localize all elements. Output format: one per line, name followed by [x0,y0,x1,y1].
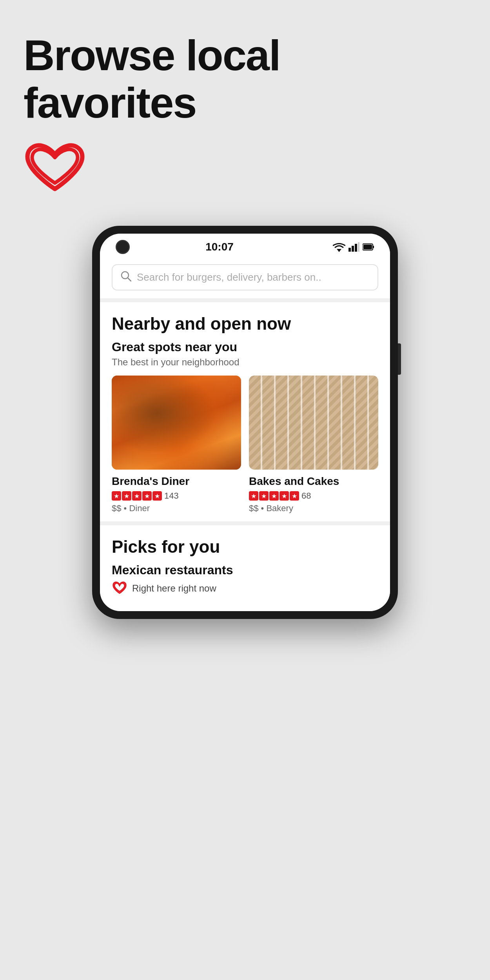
svg-rect-1 [348,248,351,252]
phone-side-button [398,343,401,375]
star-4: ★ [142,491,152,501]
brendas-image [112,376,241,470]
bakes-rating: ★ ★ ★ ★ ★ 68 [249,491,378,501]
page-header: Browse local favorites [0,0,490,214]
battery-icon [363,243,374,251]
section-divider-1 [100,298,390,302]
search-placeholder: Search for burgers, delivery, barbers on… [137,271,321,283]
picks-section: Picks for you Mexican restaurants Right … [100,525,390,611]
star-4: ★ [279,491,289,501]
page-title: Browse local favorites [24,31,466,126]
phone-screen: 10:07 [100,234,390,611]
picks-subtitle: Right here right now [132,583,216,594]
star-3: ★ [132,491,142,501]
nearby-section: Nearby and open now Great spots near you… [100,302,390,521]
section-divider-2 [100,521,390,525]
search-bar[interactable]: Search for burgers, delivery, barbers on… [112,264,378,290]
front-camera [116,240,130,254]
bakes-image [249,376,378,470]
star-1: ★ [112,491,121,501]
restaurant-cards-row: Brenda's Diner ★ ★ ★ ★ ★ 143 [112,376,378,514]
brendas-stars: ★ ★ ★ ★ ★ [112,491,162,501]
brendas-name: Brenda's Diner [112,475,241,488]
picks-subtitle-row: Right here right now [112,581,378,595]
brendas-meta: $$ • Diner [112,503,241,514]
star-5: ★ [152,491,162,501]
mexican-title: Mexican restaurants [112,563,378,577]
great-spots-title: Great spots near you [112,340,378,354]
brendas-rating: ★ ★ ★ ★ ★ 143 [112,491,241,501]
search-area: Search for burgers, delivery, barbers on… [100,258,390,298]
great-spots-subtitle: The best in your neighborhood [112,357,378,368]
status-bar: 10:07 [100,234,390,258]
restaurant-card-bakes[interactable]: Bakes and Cakes ★ ★ ★ ★ ★ 68 [249,376,378,514]
status-icons [333,242,374,252]
bakes-name: Bakes and Cakes [249,475,378,488]
picks-title: Picks for you [112,537,378,557]
wifi-icon [333,242,345,252]
svg-rect-4 [358,242,359,252]
svg-rect-6 [373,246,374,248]
heart-logo-icon [24,142,86,197]
signal-icon [348,242,359,252]
svg-line-9 [128,278,131,281]
search-icon [120,270,131,284]
svg-marker-0 [337,249,341,252]
restaurant-card-brendas[interactable]: Brenda's Diner ★ ★ ★ ★ ★ 143 [112,376,241,514]
nearby-title: Nearby and open now [112,314,378,334]
star-5: ★ [290,491,299,501]
bakes-reviews: 68 [301,491,311,501]
bakes-meta: $$ • Bakery [249,503,378,514]
small-heart-icon [112,581,127,595]
svg-rect-3 [355,244,357,252]
phone-time: 10:07 [205,241,234,253]
star-2: ★ [259,491,269,501]
star-2: ★ [122,491,131,501]
star-1: ★ [249,491,258,501]
svg-rect-2 [352,246,354,252]
svg-rect-7 [363,245,372,249]
phone-frame: 10:07 [92,226,398,619]
star-3: ★ [269,491,279,501]
phone-wrapper: 10:07 [0,226,490,619]
bakes-stars: ★ ★ ★ ★ ★ [249,491,299,501]
brendas-reviews: 143 [164,491,179,501]
